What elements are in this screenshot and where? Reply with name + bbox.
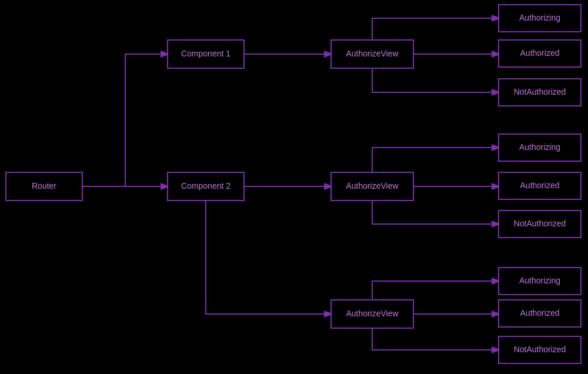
auth2-authorizing-label: Authorizing: [519, 142, 560, 152]
router-label: Router: [32, 181, 56, 191]
authorizeview2-to-notauthorized: [372, 201, 499, 224]
authorizeview2-label: AuthorizeView: [346, 181, 399, 191]
auth3-authorized-label: Authorized: [520, 308, 560, 318]
router-to-component1: [82, 54, 168, 186]
auth3-authorizing-label: Authorizing: [519, 276, 560, 285]
authorizeview3-to-notauthorized: [372, 328, 499, 350]
authorizeview2-to-authorizing: [372, 148, 499, 172]
component2-to-authorizeview3: [206, 201, 331, 314]
authorizeview1-to-notauthorized: [372, 68, 499, 92]
auth2-notauthorized-label: NotAuthorized: [514, 219, 566, 228]
auth3-notauthorized-label: NotAuthorized: [514, 345, 566, 354]
authorizeview1-to-authorizing: [372, 18, 499, 40]
component1-label: Component 1: [181, 49, 230, 58]
auth1-notauthorized-label: NotAuthorized: [514, 87, 566, 96]
diagram-svg: Router Component 1 Component 2 Authorize…: [0, 0, 588, 374]
component2-label: Component 2: [181, 181, 230, 191]
auth2-authorized-label: Authorized: [520, 181, 560, 190]
authorizeview1-label: AuthorizeView: [346, 49, 399, 58]
auth1-authorizing-label: Authorizing: [519, 13, 560, 22]
authorizeview3-label: AuthorizeView: [346, 309, 399, 318]
authorizeview3-to-authorizing: [372, 281, 499, 300]
auth1-authorized-label: Authorized: [520, 48, 560, 58]
